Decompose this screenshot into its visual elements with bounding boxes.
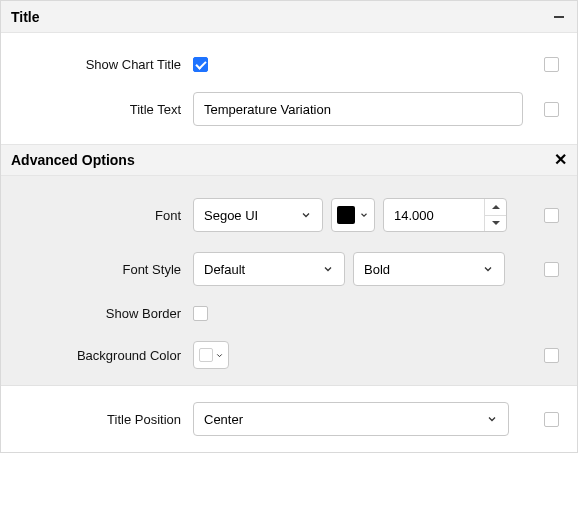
title-text-input[interactable] [193, 92, 523, 126]
show-border-checkbox[interactable] [193, 306, 208, 321]
title-position-section: Title Position Center [1, 385, 577, 452]
chevron-up-icon [492, 205, 500, 209]
background-color-label: Background Color [13, 348, 193, 363]
chevron-down-icon [486, 413, 498, 425]
advanced-section-body: Font Segoe UI [1, 176, 577, 385]
show-border-row: Show Border [13, 296, 565, 331]
show-chart-title-label: Show Chart Title [13, 57, 193, 72]
font-size-up-button[interactable] [485, 199, 506, 216]
show-border-label: Show Border [13, 306, 193, 321]
font-color-swatch [337, 206, 355, 224]
title-position-select[interactable]: Center [193, 402, 509, 436]
font-size-input[interactable] [384, 199, 484, 231]
font-label: Font [13, 208, 193, 223]
close-advanced-section-button[interactable]: ✕ [554, 152, 567, 168]
advanced-section-label: Advanced Options [11, 152, 135, 168]
title-position-override-checkbox[interactable] [544, 412, 559, 427]
font-row: Font Segoe UI [13, 188, 565, 242]
show-chart-title-checkbox[interactable] [193, 57, 208, 72]
title-section-body: Show Chart Title Title Text [1, 33, 577, 144]
title-position-label: Title Position [13, 412, 193, 427]
title-text-label: Title Text [13, 102, 193, 117]
chevron-down-icon [322, 263, 334, 275]
font-size-down-button[interactable] [485, 216, 506, 232]
font-weight-value: Bold [364, 262, 390, 277]
font-color-picker[interactable] [331, 198, 375, 232]
show-chart-title-row: Show Chart Title [13, 47, 565, 82]
font-family-value: Segoe UI [204, 208, 258, 223]
chart-title-settings-panel: Title Show Chart Title Title Text A [0, 0, 578, 453]
font-style-row: Font Style Default Bold [13, 242, 565, 296]
chevron-down-icon [359, 210, 369, 220]
title-text-row: Title Text [13, 82, 565, 136]
title-section-label: Title [11, 9, 40, 25]
title-position-value: Center [204, 412, 243, 427]
chevron-down-icon [482, 263, 494, 275]
show-chart-title-override-checkbox[interactable] [544, 57, 559, 72]
font-family-select[interactable]: Segoe UI [193, 198, 323, 232]
font-weight-select[interactable]: Bold [353, 252, 505, 286]
collapse-title-section-button[interactable] [551, 9, 567, 25]
title-section-header: Title [1, 1, 577, 33]
background-color-row: Background Color [13, 331, 565, 379]
font-override-checkbox[interactable] [544, 208, 559, 223]
title-text-override-checkbox[interactable] [544, 102, 559, 117]
background-color-swatch [199, 348, 213, 362]
font-style-value: Default [204, 262, 245, 277]
font-size-spinner[interactable] [383, 198, 507, 232]
font-style-select[interactable]: Default [193, 252, 345, 286]
font-style-override-checkbox[interactable] [544, 262, 559, 277]
title-position-row: Title Position Center [13, 398, 565, 440]
chevron-down-icon [215, 351, 224, 360]
chevron-down-icon [492, 221, 500, 225]
background-color-override-checkbox[interactable] [544, 348, 559, 363]
advanced-section-header: Advanced Options ✕ [1, 144, 577, 176]
background-color-picker[interactable] [193, 341, 229, 369]
font-style-label: Font Style [13, 262, 193, 277]
chevron-down-icon [300, 209, 312, 221]
